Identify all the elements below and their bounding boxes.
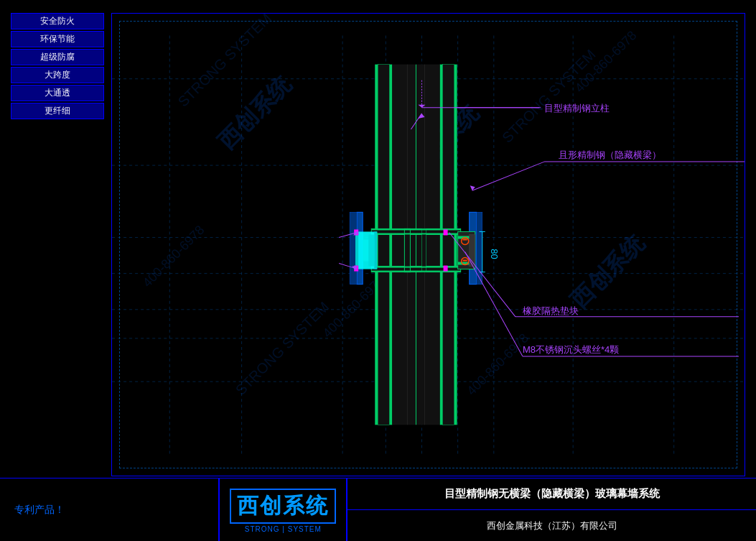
svg-text:西创系统: 西创系统 — [566, 229, 650, 313]
svg-rect-52 — [368, 234, 374, 266]
svg-rect-31 — [443, 65, 454, 425]
svg-text:400-860-6978: 400-860-6978 — [140, 223, 207, 290]
bottom-bar: 专利产品！ 西创系统 STRONG | SYSTEM 目型精制钢无横梁（隐藏横梁… — [0, 478, 756, 541]
sidebar-item-trans[interactable]: 大通透 — [11, 85, 104, 101]
sidebar-item-anticorr[interactable]: 超级防腐 — [11, 49, 104, 65]
svg-rect-49 — [355, 231, 358, 269]
svg-text:且形精制钢（隐藏横梁）: 且形精制钢（隐藏横梁） — [559, 149, 661, 160]
svg-text:M8不锈钢沉头螺丝*4颗: M8不锈钢沉头螺丝*4颗 — [523, 344, 619, 355]
title-line1: 目型精制钢无横梁（隐藏横梁）玻璃幕墙系统 — [347, 478, 756, 510]
logo-outline: 西创系统 — [230, 489, 336, 524]
sidebar-item-fire[interactable]: 安全防火 — [11, 13, 104, 29]
logo-box: 西创系统 STRONG | SYSTEM — [218, 478, 347, 541]
drawing-area: 西创系统 STRONG SYSTEM 400-860-6978 西创系统 STR… — [111, 13, 745, 476]
cad-drawing: 西创系统 STRONG SYSTEM 400-860-6978 西创系统 STR… — [112, 14, 745, 476]
svg-rect-30 — [378, 65, 389, 425]
sidebar-item-eco[interactable]: 环保节能 — [11, 31, 104, 47]
company-name: 西创金属科技（江苏）有限公司 — [347, 510, 756, 541]
svg-text:400-860-6978: 400-860-6978 — [464, 330, 531, 398]
svg-rect-88 — [463, 239, 467, 240]
svg-rect-55 — [444, 229, 448, 235]
svg-line-76 — [472, 162, 544, 190]
svg-text:80: 80 — [489, 249, 500, 259]
svg-rect-42 — [404, 228, 410, 272]
svg-rect-29 — [454, 65, 457, 425]
svg-rect-27 — [389, 65, 392, 425]
svg-rect-28 — [440, 65, 443, 425]
title-text-1: 目型精制钢无横梁 — [444, 487, 531, 501]
logo-main-text: 西创系统 — [237, 491, 329, 521]
svg-text:目型精制钢立柱: 目型精制钢立柱 — [544, 103, 610, 114]
svg-text:橡胶隔热垫块: 橡胶隔热垫块 — [523, 305, 579, 316]
patent-text: 专利产品！ — [0, 478, 218, 541]
patent-label: 专利产品！ — [14, 504, 65, 517]
svg-rect-89 — [463, 260, 467, 262]
svg-rect-50 — [374, 231, 377, 269]
sidebar: 安全防火 环保节能 超级防腐 大跨度 大通透 更纤细 — [11, 13, 104, 119]
title-text-2: （隐藏横梁）玻璃幕墙系统 — [531, 487, 660, 501]
title-box: 目型精制钢无横梁（隐藏横梁）玻璃幕墙系统 西创金属科技（江苏）有限公司 — [347, 478, 756, 541]
sidebar-item-slim[interactable]: 更纤细 — [11, 103, 104, 119]
logo-sub-text: STRONG | SYSTEM — [245, 525, 322, 533]
svg-text:STRONG SYSTEM: STRONG SYSTEM — [233, 299, 332, 398]
svg-text:STRONG SYSTEM: STRONG SYSTEM — [499, 46, 598, 145]
svg-rect-56 — [444, 266, 448, 272]
svg-rect-43 — [421, 228, 426, 272]
sidebar-item-span[interactable]: 大跨度 — [11, 67, 104, 83]
svg-text:西创系统: 西创系统 — [213, 70, 297, 154]
